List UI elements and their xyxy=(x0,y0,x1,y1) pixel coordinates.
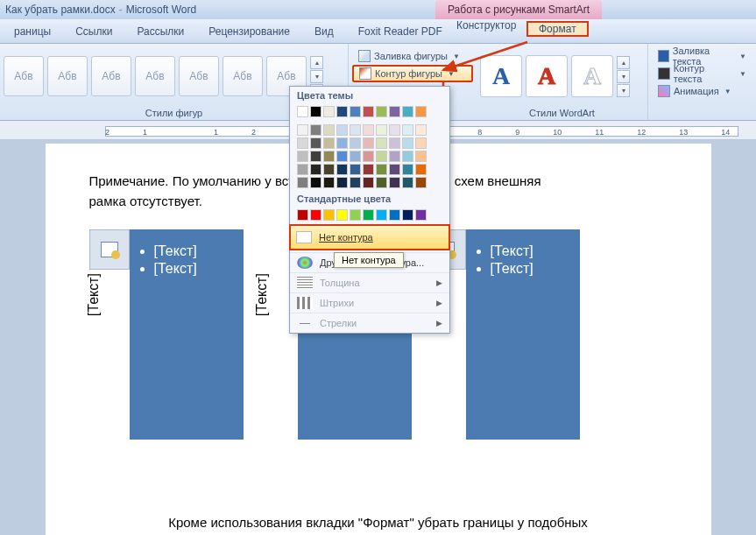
picture-placeholder[interactable] xyxy=(89,229,130,270)
color-swatch[interactable] xyxy=(415,209,427,221)
tab-view[interactable]: Вид xyxy=(302,19,346,43)
shape-style-swatch[interactable]: Абв xyxy=(135,56,175,96)
tab-review[interactable]: Рецензирование xyxy=(196,19,302,43)
shape-style-swatch[interactable]: Абв xyxy=(4,56,44,96)
color-swatch[interactable] xyxy=(415,151,427,162)
color-swatch[interactable] xyxy=(336,177,348,188)
color-swatch[interactable] xyxy=(389,177,400,188)
color-swatch[interactable] xyxy=(402,137,413,149)
color-swatch[interactable] xyxy=(376,164,387,175)
color-swatch[interactable] xyxy=(310,106,321,117)
color-swatch[interactable] xyxy=(297,177,308,188)
weight-item[interactable]: Толщина ▶ xyxy=(290,272,449,292)
color-swatch[interactable] xyxy=(415,177,427,188)
color-swatch[interactable] xyxy=(376,124,387,136)
color-swatch[interactable] xyxy=(363,177,374,188)
smartart-body[interactable]: [Текст][Текст] xyxy=(130,229,244,440)
color-swatch[interactable] xyxy=(323,137,335,149)
color-swatch[interactable] xyxy=(389,209,400,221)
color-swatch[interactable] xyxy=(389,137,400,149)
color-swatch[interactable] xyxy=(297,164,308,175)
color-swatch[interactable] xyxy=(389,151,400,162)
gallery-down-icon[interactable]: ▾ xyxy=(310,70,323,83)
wordart-style-swatch[interactable]: A xyxy=(571,55,613,97)
color-swatch[interactable] xyxy=(389,106,400,117)
gallery-up-icon[interactable]: ▴ xyxy=(310,56,323,69)
color-swatch[interactable] xyxy=(402,106,413,117)
color-swatch[interactable] xyxy=(402,124,413,136)
color-swatch[interactable] xyxy=(336,137,348,149)
color-swatch[interactable] xyxy=(376,177,387,188)
color-swatch[interactable] xyxy=(310,124,321,136)
color-swatch[interactable] xyxy=(297,106,308,117)
color-swatch[interactable] xyxy=(336,124,348,136)
color-swatch[interactable] xyxy=(310,177,321,188)
color-swatch[interactable] xyxy=(310,209,321,221)
tab-constructor[interactable]: Конструктор xyxy=(444,19,528,32)
color-swatch[interactable] xyxy=(323,124,335,136)
color-swatch[interactable] xyxy=(297,209,308,221)
color-swatch[interactable] xyxy=(415,164,427,175)
color-swatch[interactable] xyxy=(323,209,335,221)
color-swatch[interactable] xyxy=(415,124,427,136)
color-swatch[interactable] xyxy=(402,209,413,221)
color-swatch[interactable] xyxy=(336,106,348,117)
color-swatch[interactable] xyxy=(363,209,374,221)
color-swatch[interactable] xyxy=(363,151,374,162)
color-swatch[interactable] xyxy=(336,209,348,221)
tab-foxit[interactable]: Foxit Reader PDF xyxy=(346,19,455,43)
color-swatch[interactable] xyxy=(336,164,348,175)
color-swatch[interactable] xyxy=(297,124,308,136)
text-outline-button[interactable]: Контур текста ▼ xyxy=(652,65,752,82)
color-swatch[interactable] xyxy=(415,106,427,117)
color-swatch[interactable] xyxy=(402,177,413,188)
color-swatch[interactable] xyxy=(350,177,361,188)
gallery-more-icon[interactable]: ▾ xyxy=(617,84,630,97)
color-swatch[interactable] xyxy=(310,164,321,175)
shape-style-swatch[interactable]: Абв xyxy=(91,56,131,96)
color-swatch[interactable] xyxy=(350,137,361,149)
shape-style-swatch[interactable]: Абв xyxy=(179,56,219,96)
color-swatch[interactable] xyxy=(350,151,361,162)
color-swatch[interactable] xyxy=(415,137,427,149)
color-swatch[interactable] xyxy=(402,164,413,175)
color-swatch[interactable] xyxy=(350,106,361,117)
color-swatch[interactable] xyxy=(389,124,400,136)
color-swatch[interactable] xyxy=(376,151,387,162)
tab-format[interactable]: Формат xyxy=(526,21,589,37)
tab-pages[interactable]: раницы xyxy=(2,19,63,43)
shape-style-swatch[interactable]: Абв xyxy=(47,56,88,96)
dashes-item[interactable]: Штрихи ▶ xyxy=(290,292,449,313)
color-swatch[interactable] xyxy=(376,137,387,149)
text-fill-button[interactable]: Заливка текста ▼ xyxy=(652,47,752,65)
color-swatch[interactable] xyxy=(363,137,374,149)
color-swatch[interactable] xyxy=(363,106,374,117)
color-swatch[interactable] xyxy=(376,209,387,221)
color-swatch[interactable] xyxy=(323,106,335,117)
color-swatch[interactable] xyxy=(350,124,361,136)
color-swatch[interactable] xyxy=(310,151,321,162)
color-swatch[interactable] xyxy=(310,137,321,149)
gallery-up-icon[interactable]: ▴ xyxy=(617,56,630,69)
color-swatch[interactable] xyxy=(363,124,374,136)
color-swatch[interactable] xyxy=(323,151,335,162)
color-swatch[interactable] xyxy=(350,209,361,221)
color-swatch[interactable] xyxy=(376,106,387,117)
color-swatch[interactable] xyxy=(363,164,374,175)
color-swatch[interactable] xyxy=(389,164,400,175)
color-swatch[interactable] xyxy=(323,164,335,175)
smartart-body[interactable]: [Текст][Текст] xyxy=(466,229,580,440)
color-swatch[interactable] xyxy=(297,151,308,162)
gallery-down-icon[interactable]: ▾ xyxy=(617,70,630,83)
smartart-block[interactable]: [Текст] [Текст][Текст] xyxy=(89,229,244,440)
arrows-item[interactable]: Стрелки ▶ xyxy=(290,313,449,333)
color-swatch[interactable] xyxy=(336,151,348,162)
color-swatch[interactable] xyxy=(297,137,308,149)
color-swatch[interactable] xyxy=(350,164,361,175)
shape-style-swatch[interactable]: Абв xyxy=(223,56,263,96)
text-animation-button[interactable]: Анимация ▼ xyxy=(652,82,752,100)
tab-mailings[interactable]: Рассылки xyxy=(124,19,196,43)
tab-links[interactable]: Ссылки xyxy=(63,19,124,43)
color-swatch[interactable] xyxy=(402,151,413,162)
color-swatch[interactable] xyxy=(323,177,335,188)
